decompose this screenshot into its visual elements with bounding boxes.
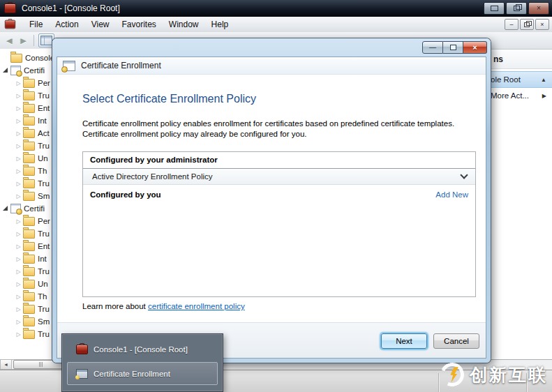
expander-collapsed-icon[interactable]: ▷ <box>14 294 23 300</box>
certificate-enrollment-icon <box>76 369 88 379</box>
menu-help[interactable]: Help <box>205 18 235 31</box>
folder-icon <box>10 54 22 63</box>
menu-window[interactable]: Window <box>163 18 205 31</box>
folder-icon <box>23 229 35 239</box>
folder-icon <box>23 154 35 163</box>
expander-collapsed-icon[interactable]: ▷ <box>14 143 23 149</box>
window-title: Console1 - [Console Root] <box>22 3 120 13</box>
action-item[interactable]: More Act...▶ <box>488 88 552 103</box>
folder-icon <box>23 255 35 264</box>
switcher-item-label: Certificate Enrollment <box>94 370 170 378</box>
tree-item-label: Tru <box>38 179 50 188</box>
restore-button[interactable] <box>506 2 527 15</box>
user-section-label: Configured by you <box>90 190 161 199</box>
watermark-logo-icon <box>437 359 468 390</box>
expander-collapsed-icon[interactable]: ▷ <box>14 80 23 86</box>
folder-icon <box>23 280 35 289</box>
folder-icon <box>23 330 35 339</box>
mmc-titlebar[interactable]: Console1 - [Console Root] × <box>0 0 552 17</box>
divider-line <box>438 373 439 392</box>
dialog-content: Select Certificate Enrollment Policy Cer… <box>57 75 486 322</box>
folder-icon <box>23 305 35 314</box>
back-icon[interactable]: ◄ <box>5 36 14 46</box>
mmc-doc-icon <box>5 20 15 29</box>
switcher-item-label: Console1 - [Console Root] <box>94 345 188 354</box>
mdi-close-button[interactable]: × <box>535 19 549 30</box>
forward-icon[interactable]: ► <box>19 36 28 46</box>
tree-item-label: Ent <box>38 104 50 112</box>
window-switcher-popup: Console1 - [Console Root]Certificate Enr… <box>61 333 223 392</box>
switcher-item[interactable]: Certificate Enrollment <box>67 362 218 385</box>
tree-item-label: Per <box>38 217 50 225</box>
certificate-enrollment-icon <box>63 61 75 71</box>
certificate-enrollment-dialog: — × Certificate Enrollment Select Certif… <box>52 38 491 363</box>
folder-icon <box>23 217 35 226</box>
expander-collapsed-icon[interactable]: ▷ <box>14 306 23 312</box>
close-button[interactable]: × <box>528 2 549 15</box>
expander-collapsed-icon[interactable]: ▷ <box>14 243 23 250</box>
expander-collapsed-icon[interactable]: ▷ <box>14 281 23 287</box>
cancel-button[interactable]: Cancel <box>433 333 479 349</box>
actions-list: ole Root▲More Act...▶ <box>488 71 552 103</box>
switcher-item[interactable]: Console1 - [Console Root] <box>76 343 216 356</box>
tree-item-label: Tru <box>38 330 50 338</box>
dialog-close-button[interactable]: × <box>463 41 487 54</box>
dialog-body: Certificate Enrollment Select Certificat… <box>57 56 486 359</box>
learn-more-text: Learn more about certificate enrollment … <box>82 302 479 310</box>
expand-icon[interactable]: ▶ <box>542 93 546 99</box>
mdi-window-controls: – × <box>505 19 549 30</box>
expander-expanded-icon[interactable] <box>1 206 10 211</box>
next-button[interactable]: Next <box>381 333 427 349</box>
dialog-banner: Certificate Enrollment <box>57 57 486 75</box>
enrollment-policy-dropdown[interactable]: Active Directory Enrollment Policy <box>83 169 475 185</box>
menu-favorites[interactable]: Favorites <box>116 18 163 31</box>
menu-action[interactable]: Action <box>49 18 84 31</box>
expander-collapsed-icon[interactable]: ▷ <box>14 319 23 325</box>
actions-pane: ns ole Root▲More Act...▶ <box>488 50 552 359</box>
watermark: 创新互联 <box>440 363 548 386</box>
expander-collapsed-icon[interactable]: ▷ <box>14 231 23 237</box>
chevron-down-icon <box>460 171 468 179</box>
dialog-window-controls: — × <box>422 41 487 54</box>
minimize-button[interactable] <box>484 2 505 15</box>
menubar: FileActionViewFavoritesWindowHelp – × <box>0 17 552 33</box>
expander-collapsed-icon[interactable]: ▷ <box>14 93 23 99</box>
action-item[interactable]: ole Root▲ <box>488 71 552 88</box>
dialog-maximize-button[interactable] <box>443 41 463 54</box>
mdi-minimize-button[interactable]: – <box>505 19 519 30</box>
add-new-link[interactable]: Add New <box>435 190 468 199</box>
expander-collapsed-icon[interactable]: ▷ <box>14 181 23 187</box>
expander-collapsed-icon[interactable]: ▷ <box>14 193 23 199</box>
expander-collapsed-icon[interactable]: ▷ <box>14 331 23 338</box>
learn-more-link[interactable]: certificate enrollment policy <box>148 302 245 310</box>
collapse-icon[interactable]: ▲ <box>541 77 546 83</box>
scroll-left-icon[interactable]: ◄ <box>1 360 12 369</box>
expander-expanded-icon[interactable] <box>1 68 10 73</box>
expander-collapsed-icon[interactable]: ▷ <box>14 168 23 174</box>
folder-icon <box>23 79 35 88</box>
mdi-restore-button[interactable] <box>520 19 534 30</box>
expander-collapsed-icon[interactable]: ▷ <box>14 118 23 124</box>
tree-item-label: Un <box>38 154 48 163</box>
policy-groupbox: Configured by your administrator Active … <box>82 151 476 297</box>
tree-item-label: Tru <box>38 267 50 276</box>
folder-icon <box>23 192 35 201</box>
dialog-minimize-button[interactable]: — <box>422 41 443 54</box>
console-tree-icon <box>40 36 52 45</box>
menu-view[interactable]: View <box>85 18 116 31</box>
folder-icon <box>23 129 35 138</box>
expander-collapsed-icon[interactable]: ▷ <box>14 269 23 275</box>
expander-collapsed-icon[interactable]: ▷ <box>14 130 23 137</box>
action-item-label: ole Root <box>491 75 521 84</box>
screen: Console1 - [Console Root] × FileActionVi… <box>0 0 552 392</box>
expander-collapsed-icon[interactable]: ▷ <box>14 218 23 225</box>
actions-pane-header: ns <box>488 50 552 69</box>
dropdown-selected-value: Active Directory Enrollment Policy <box>92 172 213 181</box>
expander-collapsed-icon[interactable]: ▷ <box>14 256 23 262</box>
description-line-2: Certificate enrollment policy may alread… <box>82 129 479 140</box>
menu-file[interactable]: File <box>23 18 49 31</box>
admin-section-label: Configured by your administrator <box>83 152 475 169</box>
expander-collapsed-icon[interactable]: ▷ <box>14 105 23 112</box>
expander-collapsed-icon[interactable]: ▷ <box>14 156 23 162</box>
tree-item-label: Ent <box>38 242 50 250</box>
